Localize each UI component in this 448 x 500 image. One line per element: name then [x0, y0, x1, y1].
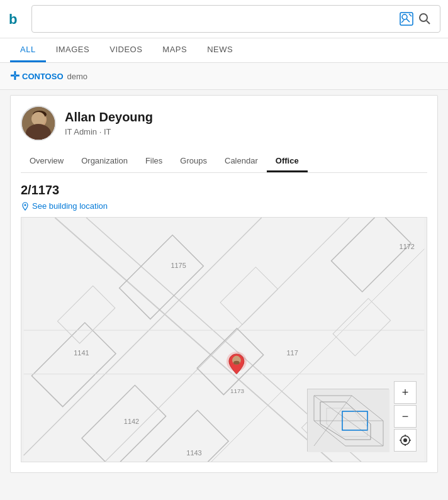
- search-input-wrap: allan deyoung: [31, 5, 440, 33]
- mini-map-svg: [308, 389, 389, 452]
- profile-subtitle: IT Admin · IT: [65, 127, 153, 136]
- svg-line-7: [427, 21, 430, 24]
- avatar-svg: [22, 107, 55, 140]
- demo-label: demo: [67, 72, 88, 81]
- tab-videos[interactable]: VIDEOS: [99, 38, 152, 62]
- room-label-1173-text: 1173: [230, 387, 245, 394]
- search-input[interactable]: allan deyoung: [38, 13, 397, 25]
- tab-overview[interactable]: Overview: [21, 151, 72, 172]
- tab-files[interactable]: Files: [137, 151, 171, 172]
- profile-card: Allan Deyoung IT Admin · IT Overview Org…: [10, 95, 438, 473]
- contoso-logo: ✛ CONTOSO: [10, 69, 64, 83]
- tab-news[interactable]: NEWS: [197, 38, 243, 62]
- svg-point-44: [403, 438, 407, 442]
- tab-office[interactable]: Office: [267, 151, 308, 172]
- tab-organization[interactable]: Organization: [72, 151, 137, 172]
- profile-info: Allan Deyoung IT Admin · IT: [65, 110, 153, 136]
- mini-map: [307, 389, 389, 452]
- svg-point-10: [33, 111, 47, 118]
- zoom-out-button[interactable]: −: [394, 405, 417, 428]
- room-label-1141: 1141: [74, 349, 89, 357]
- svg-point-14: [25, 204, 26, 206]
- svg-line-4: [401, 20, 404, 23]
- svg-point-2: [402, 14, 407, 19]
- tab-maps[interactable]: MAPS: [152, 38, 197, 62]
- svg-point-36: [234, 356, 239, 361]
- svg-point-8: [22, 107, 55, 140]
- room-label-1172: 1172: [400, 243, 415, 250]
- contoso-bar: ✛ CONTOSO demo: [0, 63, 448, 90]
- floor-map: 1172 1175 1141 1142 1143 117: [21, 217, 427, 462]
- avatar-image: [22, 107, 55, 140]
- svg-rect-12: [37, 127, 42, 132]
- svg-point-37: [233, 361, 240, 365]
- tab-all[interactable]: ALL: [10, 38, 46, 62]
- map-controls: + −: [394, 381, 417, 452]
- profile-name: Allan Deyoung: [65, 110, 153, 125]
- search-button[interactable]: [416, 10, 434, 28]
- room-label-117: 117: [286, 349, 298, 357]
- tab-groups[interactable]: Groups: [171, 151, 216, 172]
- visual-search-icon: [400, 12, 413, 26]
- locate-me-button[interactable]: [394, 429, 417, 452]
- profile-tabs: Overview Organization Files Groups Calen…: [21, 151, 427, 173]
- svg-point-6: [420, 14, 427, 21]
- room-label-1175: 1175: [171, 262, 186, 269]
- locate-icon: [400, 435, 411, 446]
- search-icon: [418, 13, 431, 25]
- avatar: [21, 106, 56, 141]
- profile-header: Allan Deyoung IT Admin · IT: [21, 106, 427, 141]
- search-bar: b allan deyoung: [0, 0, 448, 38]
- nav-tabs: ALL IMAGES VIDEOS MAPS NEWS: [0, 38, 448, 63]
- svg-line-3: [406, 19, 410, 22]
- room-label-1142: 1142: [124, 418, 139, 425]
- contoso-name: CONTOSO: [22, 72, 64, 81]
- location-pin-icon: [21, 202, 30, 211]
- office-location: 2/1173 See building location: [21, 183, 427, 211]
- svg-marker-13: [30, 128, 50, 140]
- tab-calendar[interactable]: Calendar: [216, 151, 267, 172]
- zoom-in-button[interactable]: +: [394, 381, 417, 404]
- tab-images[interactable]: IMAGES: [46, 38, 100, 62]
- svg-text:b: b: [9, 11, 17, 27]
- office-room-number: 2/1173: [21, 183, 427, 197]
- contoso-cross-icon: ✛: [10, 69, 20, 83]
- see-building-location-link[interactable]: See building location: [21, 201, 427, 211]
- visual-search-button[interactable]: [397, 9, 416, 28]
- svg-line-5: [409, 14, 412, 16]
- svg-point-11: [30, 127, 50, 140]
- room-label-1143: 1143: [186, 449, 201, 457]
- bing-logo: b: [8, 10, 25, 28]
- see-location-label: See building location: [32, 201, 108, 211]
